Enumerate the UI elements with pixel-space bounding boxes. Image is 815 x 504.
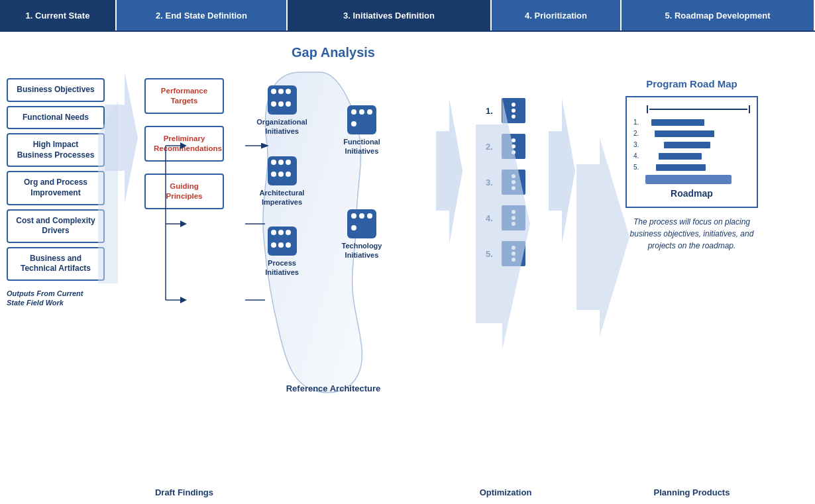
opt-block-1 — [502, 98, 525, 123]
box-cost-complexity: Cost and Complexity Drivers — [7, 209, 105, 243]
ref-arch-label: Reference Architecture — [286, 383, 381, 393]
opt-block-3 — [502, 170, 525, 195]
tab-current-state[interactable]: 1. Current State — [0, 0, 117, 30]
left-bottom-label: Outputs From CurrentState Field Work — [7, 289, 105, 308]
mid-arrow-area — [436, 38, 462, 504]
program-roadmap-title: Program Road Map — [646, 78, 737, 89]
rm-row-4: 4. — [633, 152, 750, 160]
right-initiatives: FunctionalInitiatives TechnologyInitiati… — [332, 105, 392, 260]
functional-initiatives-label: FunctionalInitiatives — [343, 137, 380, 156]
left-arrow-area — [105, 38, 138, 504]
org-initiatives-label: OrganizationalInitiatives — [256, 117, 307, 136]
roadmap-label: Roadmap — [633, 188, 750, 199]
opt-block-5 — [502, 241, 525, 266]
box-high-impact: High Impact Business Processes — [7, 133, 105, 167]
process-initiatives-icon — [268, 227, 297, 256]
arch-imperatives-icon — [268, 156, 297, 185]
blob-area: OrganizationalInitiatives ArchitecturalI… — [234, 66, 433, 397]
rm-row-2: 2. — [633, 130, 750, 137]
box-org-process: Org and Process Improvement — [7, 171, 105, 205]
draft-label: Draft Findings — [155, 487, 213, 497]
technology-initiatives-label: TechnologyInitiatives — [342, 241, 382, 260]
plan-description: The process will focus on placing busine… — [625, 216, 758, 252]
main-content: Business Objectives Functional Needs Hig… — [0, 32, 815, 504]
functional-initiatives-icon — [347, 105, 376, 134]
process-initiatives-item: ProcessInitiatives — [250, 227, 313, 277]
right-arrow-area — [549, 38, 575, 504]
tab-roadmap[interactable]: 5. Roadmap Development — [622, 0, 815, 30]
tab-prioritization[interactable]: 4. Prioritization — [492, 0, 622, 30]
rm-big-bar-row — [633, 175, 750, 184]
tab-end-state[interactable]: 2. End State Definition — [117, 0, 288, 30]
rm-row-5: 5. — [633, 164, 750, 171]
box-business-objectives: Business Objectives — [7, 78, 105, 102]
left-initiatives: OrganizationalInitiatives ArchitecturalI… — [250, 85, 313, 277]
plan-label: Planning Products — [654, 487, 730, 497]
opt-block-4 — [502, 205, 525, 230]
svg-marker-2 — [549, 98, 575, 244]
opt-item-5: 5. — [486, 241, 525, 266]
box-preliminary-recommendations: Preliminary Recommendations — [144, 126, 224, 162]
rm-row-3: 3. — [633, 141, 750, 148]
left-connector-svg — [105, 72, 138, 336]
optimization-column: 1. 2. 3. 4. — [462, 38, 549, 504]
technology-initiatives-icon — [347, 209, 376, 238]
box-performance-targets: Performance Targets — [144, 78, 224, 114]
box-functional-needs: Functional Needs — [7, 106, 105, 130]
opt-item-1: 1. — [486, 98, 525, 123]
technology-initiatives-item: TechnologyInitiatives — [332, 209, 392, 260]
opt-block-2 — [502, 134, 525, 159]
draft-findings-column: Performance Targets Preliminary Recommen… — [138, 38, 231, 504]
opt-items-list: 1. 2. 3. 4. — [486, 98, 525, 266]
process-initiatives-label: ProcessInitiatives — [265, 258, 299, 277]
org-initiatives-icon — [268, 85, 297, 115]
svg-marker-1 — [436, 98, 462, 244]
opt-label: Optimization — [480, 487, 532, 497]
opt-item-4: 4. — [486, 205, 525, 230]
box-guiding-principles: Guiding Principles — [144, 174, 224, 209]
gap-title: Gap Analysis — [292, 45, 375, 60]
right-connector-svg — [549, 91, 575, 423]
tab-initiatives[interactable]: 3. Initiatives Definition — [288, 0, 492, 30]
gap-analysis-column: Gap Analysis — [231, 38, 436, 504]
top-navigation: 1. Current State 2. End State Definition… — [0, 0, 815, 32]
rm-timeline-row — [633, 105, 750, 113]
opt-item-2: 2. — [486, 134, 525, 159]
planning-products-column: Program Road Map 1. 2. 3. — [575, 38, 808, 504]
opt-item-3: 3. — [486, 170, 525, 195]
roadmap-box: 1. 2. 3. 4. 5. — [625, 96, 758, 208]
functional-initiatives-item: FunctionalInitiatives — [332, 105, 392, 156]
mid-connector-svg — [436, 91, 462, 423]
box-business-technical: Business and Technical Artifacts — [7, 247, 105, 281]
rm-row-1: 1. — [633, 119, 750, 126]
arch-imperatives-item: ArchitecturalImperatives — [250, 156, 313, 207]
left-inputs-column: Business Objectives Functional Needs Hig… — [7, 38, 105, 504]
org-initiatives-item: OrganizationalInitiatives — [250, 85, 313, 136]
arch-imperatives-label: ArchitecturalImperatives — [260, 188, 305, 207]
svg-marker-0 — [105, 72, 138, 204]
